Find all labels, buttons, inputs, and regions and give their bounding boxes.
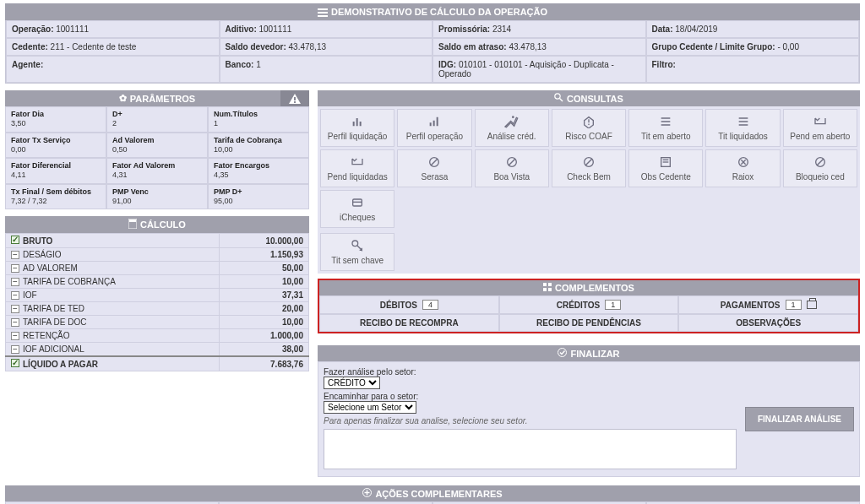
param-cell: PMP Venc91,00 bbox=[106, 184, 208, 210]
complementos-header: COMPLEMENTOS bbox=[319, 280, 858, 295]
comp-observacoes[interactable]: OBSERVAÇÕES bbox=[678, 314, 858, 332]
svg-line-18 bbox=[585, 159, 592, 165]
svg-rect-30 bbox=[543, 283, 547, 286]
parametros-grid: Fator Dia3,50D+2Num.Títulos1Fator Tx Ser… bbox=[5, 106, 309, 209]
finalizar-textarea[interactable] bbox=[324, 429, 737, 469]
page-title-bar: DEMONSTRATIVO DE CÁLCULO DA OPERAÇÃO bbox=[5, 3, 860, 20]
svg-line-9 bbox=[560, 99, 563, 102]
svg-rect-5 bbox=[294, 101, 296, 103]
calc-row: −DESÁGIO1.150,93 bbox=[6, 248, 309, 262]
consulta-btn[interactable]: iCheques bbox=[320, 190, 394, 228]
param-cell: Fator Encargos4,35 bbox=[208, 158, 309, 184]
info-saldo-atraso: Saldo em atraso: 43.478,13 bbox=[432, 38, 646, 56]
info-promissoria: Promissória: 2314 bbox=[432, 20, 646, 38]
info-saldo-devedor: Saldo devedor: 43.478,13 bbox=[220, 38, 433, 56]
info-cedente: Cedente: 211 - Cedente de teste bbox=[6, 38, 220, 56]
consulta-btn[interactable]: Bloqueio ced bbox=[783, 149, 857, 187]
param-cell: PMP D+95,00 bbox=[208, 184, 309, 210]
finalizar-body: Fazer análise pelo setor: CRÉDITO Encami… bbox=[318, 361, 860, 477]
info-filtro: Filtro: bbox=[646, 56, 860, 83]
svg-rect-31 bbox=[548, 283, 552, 286]
comp-recibo-recompra[interactable]: RECIBO DE RECOMPRA bbox=[319, 314, 499, 332]
check-icon bbox=[11, 359, 19, 367]
consultas-grid: Perfil liquidaçãoPerfil operaçãoAnálise … bbox=[318, 106, 860, 230]
minus-icon: − bbox=[11, 264, 19, 273]
consulta-btn[interactable]: Tit liquidados bbox=[705, 109, 780, 147]
consulta-btn[interactable]: Serasa bbox=[397, 149, 471, 187]
consulta-btn[interactable]: Análise créd. bbox=[475, 109, 549, 147]
info-agente: Agente: bbox=[6, 56, 220, 83]
consulta-btn[interactable]: Check Bem bbox=[552, 149, 626, 187]
acoes-header: AÇÕES COMPLEMENTARES bbox=[5, 485, 860, 501]
finalizar-hint: Para apenas finalizar sua analise, selec… bbox=[324, 416, 737, 425]
svg-point-10 bbox=[512, 116, 514, 118]
calc-row-bruto: BRUTO 10.000,00 bbox=[6, 234, 309, 248]
svg-rect-2 bbox=[318, 15, 328, 17]
minus-icon: − bbox=[11, 291, 19, 300]
svg-line-16 bbox=[509, 159, 515, 165]
svg-point-34 bbox=[558, 349, 567, 357]
svg-rect-0 bbox=[318, 8, 328, 10]
badge-debitos: 4 bbox=[422, 300, 438, 310]
comp-debitos[interactable]: DÉBITOS 4 bbox=[319, 295, 499, 314]
check-icon bbox=[11, 236, 19, 244]
fazer-analise-label: Fazer análise pelo setor: bbox=[324, 367, 737, 377]
info-operacao: Operação: 1001111 bbox=[6, 20, 220, 38]
param-cell: Tx Final / Sem débitos7,32 / 7,32 bbox=[5, 184, 106, 210]
consulta-btn[interactable]: Obs Cedente bbox=[628, 149, 703, 187]
badge-pagamentos: 1 bbox=[786, 300, 802, 310]
comp-creditos[interactable]: CRÉDITOS 1 bbox=[499, 295, 679, 314]
svg-rect-32 bbox=[543, 288, 547, 291]
gear-icon: ✿ bbox=[119, 93, 127, 104]
fazer-analise-select[interactable]: CRÉDITO bbox=[324, 377, 380, 389]
calc-row: −AD VALOREM50,00 bbox=[6, 262, 309, 275]
svg-rect-4 bbox=[294, 97, 296, 100]
minus-icon: − bbox=[11, 345, 19, 354]
consulta-btn[interactable]: Perfil operação bbox=[397, 109, 471, 147]
calculator-icon bbox=[128, 219, 137, 230]
consulta-btn[interactable]: Perfil liquidação bbox=[320, 109, 394, 147]
svg-rect-33 bbox=[548, 288, 552, 291]
consulta-tit-sem-chave[interactable]: Tit sem chave bbox=[320, 233, 394, 271]
calc-row: −RETENÇÃO1.000,00 bbox=[6, 329, 309, 343]
param-cell: Tarifa de Cobrança10,00 bbox=[208, 133, 309, 159]
search-icon bbox=[554, 93, 563, 104]
finalizar-analise-button[interactable]: FINALIZAR ANÁLISE bbox=[745, 407, 854, 431]
parametros-header: ✿ PARÂMETROS bbox=[5, 90, 309, 106]
svg-line-26 bbox=[817, 159, 824, 165]
info-grupo: Grupo Cedente / Limite Grupo: - 0,00 bbox=[646, 38, 860, 56]
minus-icon: − bbox=[11, 305, 19, 313]
plus-circle-icon bbox=[362, 488, 372, 499]
encaminhar-select[interactable]: Selecione um Setor bbox=[324, 401, 416, 414]
minus-icon: − bbox=[11, 251, 19, 259]
finalizar-header: FINALIZAR bbox=[318, 345, 860, 361]
svg-point-8 bbox=[555, 94, 560, 99]
param-cell: Fator Ad Valorem4,31 bbox=[106, 158, 208, 184]
comp-recibo-pendencias[interactable]: RECIBO DE PENDÊNCIAS bbox=[499, 314, 679, 332]
consulta-btn[interactable]: Raiox bbox=[705, 149, 780, 187]
calc-row: −TARIFA DE DOC10,00 bbox=[6, 316, 309, 329]
info-grid: Operação: 1001111 Aditivo: 1001111 Promi… bbox=[5, 20, 860, 84]
param-cell: Fator Tx Serviço0,00 bbox=[5, 133, 106, 159]
consulta-btn[interactable]: Boa Vista bbox=[475, 149, 549, 187]
consulta-btn[interactable]: Tit em aberto bbox=[628, 109, 703, 147]
print-icon[interactable] bbox=[807, 301, 817, 309]
consultas-header: CONSULTAS bbox=[318, 90, 860, 106]
svg-line-14 bbox=[431, 159, 438, 165]
info-data: Data: 18/04/2019 bbox=[646, 20, 860, 38]
page-title: DEMONSTRATIVO DE CÁLCULO DA OPERAÇÃO bbox=[331, 7, 547, 17]
param-cell: Ad Valorem0,50 bbox=[106, 133, 208, 159]
calculo-table: BRUTO 10.000,00 −DESÁGIO1.150,93−AD VALO… bbox=[5, 233, 309, 371]
consulta-btn[interactable]: Pend em aberto bbox=[783, 109, 857, 147]
comp-pagamentos[interactable]: PAGAMENTOS 1 bbox=[678, 295, 858, 314]
complementos-panel: COMPLEMENTOS DÉBITOS 4 CRÉDITOS 1 PAGAME… bbox=[318, 279, 860, 333]
minus-icon: − bbox=[11, 278, 19, 286]
calculo-header: CÁLCULO bbox=[5, 216, 309, 233]
warning-icon[interactable] bbox=[280, 90, 309, 106]
consulta-btn[interactable]: Risco COAF bbox=[552, 109, 626, 147]
calc-row: −TARIFA DE COBRANÇA10,00 bbox=[6, 275, 309, 289]
consulta-btn[interactable]: Pend liquidadas bbox=[320, 149, 394, 187]
list-icon bbox=[318, 7, 328, 17]
minus-icon: − bbox=[11, 332, 19, 340]
param-cell: Fator Dia3,50 bbox=[5, 106, 106, 133]
